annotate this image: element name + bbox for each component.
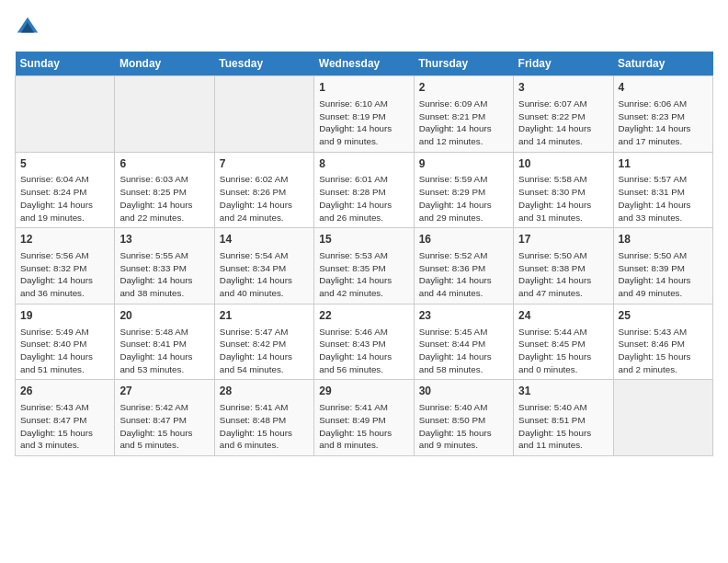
day-number: 27 [119, 384, 209, 399]
calendar-cell: 31Sunrise: 5:40 AM Sunset: 8:51 PM Dayli… [514, 380, 613, 456]
calendar-week-row: 19Sunrise: 5:49 AM Sunset: 8:40 PM Dayli… [16, 304, 713, 380]
calendar-cell: 28Sunrise: 5:41 AM Sunset: 8:48 PM Dayli… [214, 380, 313, 456]
day-info: Sunrise: 5:50 AM Sunset: 8:38 PM Dayligh… [518, 249, 608, 300]
calendar-cell: 9Sunrise: 5:59 AM Sunset: 8:29 PM Daylig… [414, 152, 513, 228]
calendar-cell [115, 76, 214, 153]
day-info: Sunrise: 6:01 AM Sunset: 8:28 PM Dayligh… [319, 173, 408, 224]
day-number: 17 [518, 232, 608, 247]
day-number: 22 [319, 308, 408, 324]
day-info: Sunrise: 6:09 AM Sunset: 8:21 PM Dayligh… [419, 98, 508, 148]
day-number: 25 [619, 308, 708, 324]
calendar-week-row: 1Sunrise: 6:10 AM Sunset: 8:19 PM Daylig… [16, 76, 713, 153]
day-number: 18 [619, 232, 708, 247]
day-info: Sunrise: 5:41 AM Sunset: 8:48 PM Dayligh… [220, 401, 309, 452]
day-info: Sunrise: 5:48 AM Sunset: 8:41 PM Dayligh… [119, 326, 209, 376]
day-number: 19 [20, 308, 109, 324]
day-info: Sunrise: 5:44 AM Sunset: 8:45 PM Dayligh… [518, 326, 608, 376]
day-info: Sunrise: 5:40 AM Sunset: 8:50 PM Dayligh… [419, 401, 508, 452]
logo [15, 15, 44, 40]
day-number: 26 [20, 384, 109, 399]
day-info: Sunrise: 5:50 AM Sunset: 8:39 PM Dayligh… [619, 249, 708, 300]
calendar-table: SundayMondayTuesdayWednesdayThursdayFrid… [15, 52, 713, 456]
calendar-cell: 11Sunrise: 5:57 AM Sunset: 8:31 PM Dayli… [613, 152, 712, 228]
day-of-week-header: Saturday [613, 52, 712, 76]
day-info: Sunrise: 5:41 AM Sunset: 8:49 PM Dayligh… [319, 401, 408, 452]
day-info: Sunrise: 5:49 AM Sunset: 8:40 PM Dayligh… [20, 326, 109, 376]
day-info: Sunrise: 6:07 AM Sunset: 8:22 PM Dayligh… [518, 98, 608, 148]
calendar-cell: 25Sunrise: 5:43 AM Sunset: 8:46 PM Dayli… [613, 304, 712, 380]
day-info: Sunrise: 5:43 AM Sunset: 8:46 PM Dayligh… [619, 326, 708, 376]
day-number: 1 [319, 80, 408, 96]
day-number: 30 [419, 384, 508, 399]
day-of-week-header: Monday [115, 52, 214, 76]
day-number: 11 [619, 156, 708, 172]
day-info: Sunrise: 5:52 AM Sunset: 8:36 PM Dayligh… [419, 249, 508, 300]
day-number: 31 [518, 384, 608, 399]
day-number: 10 [518, 156, 608, 172]
calendar-cell: 29Sunrise: 5:41 AM Sunset: 8:49 PM Dayli… [314, 380, 414, 456]
day-info: Sunrise: 6:06 AM Sunset: 8:23 PM Dayligh… [619, 98, 708, 148]
calendar-cell: 10Sunrise: 5:58 AM Sunset: 8:30 PM Dayli… [514, 152, 613, 228]
day-number: 9 [419, 156, 508, 172]
logo-icon [15, 15, 40, 40]
calendar-cell: 23Sunrise: 5:45 AM Sunset: 8:44 PM Dayli… [414, 304, 513, 380]
calendar-cell: 1Sunrise: 6:10 AM Sunset: 8:19 PM Daylig… [314, 76, 414, 153]
day-number: 24 [518, 308, 608, 324]
day-info: Sunrise: 5:54 AM Sunset: 8:34 PM Dayligh… [220, 249, 309, 300]
calendar-week-row: 26Sunrise: 5:43 AM Sunset: 8:47 PM Dayli… [16, 380, 713, 456]
calendar-cell: 13Sunrise: 5:55 AM Sunset: 8:33 PM Dayli… [115, 228, 214, 304]
day-number: 3 [518, 80, 608, 96]
day-number: 29 [319, 384, 408, 399]
day-info: Sunrise: 6:03 AM Sunset: 8:25 PM Dayligh… [119, 173, 209, 224]
calendar-cell: 18Sunrise: 5:50 AM Sunset: 8:39 PM Dayli… [613, 228, 712, 304]
day-info: Sunrise: 5:57 AM Sunset: 8:31 PM Dayligh… [619, 173, 708, 224]
calendar-cell: 19Sunrise: 5:49 AM Sunset: 8:40 PM Dayli… [16, 304, 115, 380]
day-info: Sunrise: 6:02 AM Sunset: 8:26 PM Dayligh… [220, 173, 309, 224]
day-number: 14 [220, 232, 309, 247]
day-info: Sunrise: 5:59 AM Sunset: 8:29 PM Dayligh… [419, 173, 508, 224]
calendar-cell: 16Sunrise: 5:52 AM Sunset: 8:36 PM Dayli… [414, 228, 513, 304]
day-number: 5 [20, 156, 109, 172]
day-number: 15 [319, 232, 408, 247]
day-of-week-header: Thursday [414, 52, 513, 76]
day-info: Sunrise: 5:58 AM Sunset: 8:30 PM Dayligh… [518, 173, 608, 224]
day-info: Sunrise: 5:43 AM Sunset: 8:47 PM Dayligh… [20, 401, 109, 452]
day-number: 8 [319, 156, 408, 172]
calendar-cell: 5Sunrise: 6:04 AM Sunset: 8:24 PM Daylig… [16, 152, 115, 228]
day-of-week-header: Tuesday [214, 52, 313, 76]
day-info: Sunrise: 5:53 AM Sunset: 8:35 PM Dayligh… [319, 249, 408, 300]
calendar-cell [613, 380, 712, 456]
calendar-cell: 17Sunrise: 5:50 AM Sunset: 8:38 PM Dayli… [514, 228, 613, 304]
calendar-cell: 14Sunrise: 5:54 AM Sunset: 8:34 PM Dayli… [214, 228, 313, 304]
day-number: 7 [220, 156, 309, 172]
calendar-week-row: 5Sunrise: 6:04 AM Sunset: 8:24 PM Daylig… [16, 152, 713, 228]
calendar-cell: 15Sunrise: 5:53 AM Sunset: 8:35 PM Dayli… [314, 228, 414, 304]
calendar-cell: 30Sunrise: 5:40 AM Sunset: 8:50 PM Dayli… [414, 380, 513, 456]
calendar-cell: 4Sunrise: 6:06 AM Sunset: 8:23 PM Daylig… [613, 76, 712, 153]
calendar-cell: 8Sunrise: 6:01 AM Sunset: 8:28 PM Daylig… [314, 152, 414, 228]
day-info: Sunrise: 5:55 AM Sunset: 8:33 PM Dayligh… [119, 249, 209, 300]
calendar-cell: 21Sunrise: 5:47 AM Sunset: 8:42 PM Dayli… [214, 304, 313, 380]
day-info: Sunrise: 5:40 AM Sunset: 8:51 PM Dayligh… [518, 401, 608, 452]
day-info: Sunrise: 5:45 AM Sunset: 8:44 PM Dayligh… [419, 326, 508, 376]
calendar-cell: 2Sunrise: 6:09 AM Sunset: 8:21 PM Daylig… [414, 76, 513, 153]
calendar-cell: 3Sunrise: 6:07 AM Sunset: 8:22 PM Daylig… [514, 76, 613, 153]
day-info: Sunrise: 5:42 AM Sunset: 8:47 PM Dayligh… [119, 401, 209, 452]
day-number: 28 [220, 384, 309, 399]
day-info: Sunrise: 5:46 AM Sunset: 8:43 PM Dayligh… [319, 326, 408, 376]
calendar-cell: 22Sunrise: 5:46 AM Sunset: 8:43 PM Dayli… [314, 304, 414, 380]
calendar-cell: 20Sunrise: 5:48 AM Sunset: 8:41 PM Dayli… [115, 304, 214, 380]
calendar-cell: 24Sunrise: 5:44 AM Sunset: 8:45 PM Dayli… [514, 304, 613, 380]
day-info: Sunrise: 5:56 AM Sunset: 8:32 PM Dayligh… [20, 249, 109, 300]
calendar-header-row: SundayMondayTuesdayWednesdayThursdayFrid… [16, 52, 713, 76]
calendar-cell: 6Sunrise: 6:03 AM Sunset: 8:25 PM Daylig… [115, 152, 214, 228]
day-info: Sunrise: 6:04 AM Sunset: 8:24 PM Dayligh… [20, 173, 109, 224]
day-of-week-header: Friday [514, 52, 613, 76]
day-number: 2 [419, 80, 508, 96]
page-header [15, 15, 713, 40]
calendar-cell [16, 76, 115, 153]
calendar-cell: 27Sunrise: 5:42 AM Sunset: 8:47 PM Dayli… [115, 380, 214, 456]
day-number: 23 [419, 308, 508, 324]
day-info: Sunrise: 5:47 AM Sunset: 8:42 PM Dayligh… [220, 326, 309, 376]
calendar-cell: 12Sunrise: 5:56 AM Sunset: 8:32 PM Dayli… [16, 228, 115, 304]
